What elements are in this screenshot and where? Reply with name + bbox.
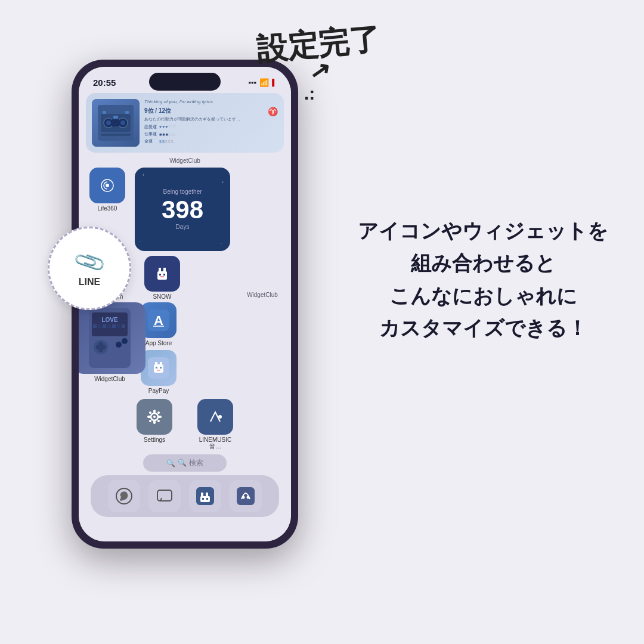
aries-symbol: ♈ [268, 107, 278, 116]
app-item-snow[interactable]: SNOW [141, 256, 184, 300]
svg-rect-68 [202, 498, 204, 500]
whatsapp-svg [115, 487, 133, 505]
heart-empty-icon: ♡ [168, 125, 172, 129]
life360-svg [97, 175, 118, 196]
svg-point-12 [106, 184, 109, 187]
svg-rect-21 [159, 274, 161, 275]
app-row-2: LOVE [86, 302, 284, 394]
right-text-line3: こんなにおしゃれに [358, 280, 608, 312]
svg-rect-28 [98, 324, 101, 328]
heart-icon: ♥ [159, 125, 162, 129]
status-icons: ▪▪▪ 📶 ▌ [248, 78, 277, 87]
app-icon-snow [144, 256, 180, 292]
right-text-block: アイコンやウィジェットを 組み合わせると こんなにおしゃれに カスタマイズできる… [358, 215, 608, 345]
svg-rect-23 [160, 276, 164, 277]
svg-rect-33 [122, 324, 125, 328]
small-app-column: Life360 [86, 168, 129, 212]
svg-rect-8 [103, 111, 106, 114]
svg-rect-69 [206, 498, 208, 500]
app-icon-paypay [141, 350, 177, 386]
coin-empty-icon: $ [165, 140, 168, 144]
svg-point-5 [120, 120, 125, 125]
screen-content: Thinking of you, I'm writing lyrics 9位 /… [79, 93, 291, 541]
svg-rect-29 [103, 324, 106, 328]
fortune-love-icons: ♥ ♥ ♥ ♡ ♡ [159, 125, 176, 129]
svg-rect-48 [157, 370, 160, 371]
square-empty-icon: □ [169, 132, 171, 137]
appstore-svg: A [148, 309, 169, 331]
svg-point-38 [122, 338, 128, 344]
svg-rect-67 [200, 496, 210, 502]
gameboy-svg: LOVE [80, 305, 140, 371]
message-svg [156, 487, 174, 505]
title-dot: .: [304, 83, 315, 104]
popup-label: LINE [79, 277, 100, 287]
page-title: 設定完了 [255, 18, 382, 71]
dock [91, 475, 279, 517]
dock-icon-psych[interactable] [189, 480, 221, 512]
boombox-detail [92, 99, 140, 147]
battery-icon: ▌ [272, 79, 277, 86]
svg-rect-20 [157, 271, 167, 280]
app-label-settings: Settings [144, 436, 165, 443]
svg-rect-54 [147, 416, 151, 418]
being-together-subtitle: Days [143, 224, 222, 230]
svg-rect-6 [112, 119, 119, 126]
svg-text:LOVE: LOVE [101, 317, 118, 323]
star-icon: + [142, 172, 145, 178]
svg-rect-47 [160, 367, 162, 369]
pin-icon: 📎 [72, 244, 107, 280]
dock-icon-message[interactable] [148, 480, 181, 512]
dock-icon-discord[interactable] [230, 480, 262, 512]
app-label-appstore: App Store [145, 340, 172, 346]
boombox-svg [98, 105, 134, 141]
linemusic-svg [205, 406, 226, 428]
square-icon: ■ [159, 132, 162, 137]
svg-rect-52 [153, 410, 156, 413]
svg-rect-53 [153, 420, 156, 424]
fortune-money-icons: $ $ $ $ $ [159, 140, 174, 144]
app-item-widgetclub-large[interactable]: LOVE [88, 302, 131, 382]
wifi-icon: 📶 [259, 78, 269, 87]
widget-rank: 9位 / 12位 [144, 107, 171, 115]
app-label-widgetclub: WidgetClub [94, 376, 125, 382]
widgetclub-label-top: WidgetClub [86, 157, 284, 164]
right-text-line1: アイコンやウィジェットを [358, 215, 608, 247]
app-label-life360: Life360 [98, 205, 117, 212]
svg-rect-55 [158, 416, 162, 418]
star-icon: · [221, 241, 222, 246]
fortune-money-label: 金運 [144, 138, 157, 144]
snow-svg [151, 263, 173, 284]
svg-rect-22 [163, 274, 165, 275]
signal-icon: ▪▪▪ [248, 78, 256, 87]
widgetclub-label-right: WidgetClub [241, 256, 284, 300]
coin-empty-icon: $ [168, 140, 171, 144]
svg-rect-9 [125, 111, 129, 114]
app-icon-appstore: A [141, 302, 177, 338]
svg-point-37 [116, 342, 122, 348]
search-bar[interactable]: 🔍 🔍 検索 [143, 454, 227, 472]
svg-point-61 [218, 415, 222, 419]
app-item-settings[interactable]: Settings [133, 399, 176, 450]
fortune-work-row: 仕事運 ■ ■ ■ □ □ [144, 131, 278, 137]
search-placeholder: 🔍 検索 [178, 458, 203, 468]
app-item-linemusic[interactable]: LINEMUSIC音… [194, 399, 237, 450]
widget-right: Thinking of you, I'm writing lyrics 9位 /… [144, 99, 278, 145]
svg-rect-32 [117, 324, 120, 328]
psych-svg [196, 487, 214, 505]
square-icon: ■ [165, 132, 168, 137]
svg-point-71 [242, 496, 245, 499]
app-item-life360[interactable]: Life360 [86, 168, 129, 212]
app-icon-settings [137, 399, 172, 435]
svg-rect-31 [112, 324, 116, 328]
square-empty-icon: □ [172, 132, 174, 137]
svg-rect-27 [93, 324, 97, 328]
fortune-love-label: 恋愛運 [144, 124, 157, 130]
coin-icon: $ [159, 140, 162, 144]
svg-rect-60 [205, 406, 226, 428]
star-icon: · [140, 239, 141, 244]
app-label-linemusic: LINEMUSIC音… [194, 436, 237, 450]
dock-icon-whatsapp[interactable] [108, 480, 140, 512]
svg-rect-7 [113, 116, 118, 119]
fortune-work-label: 仕事運 [144, 131, 157, 137]
